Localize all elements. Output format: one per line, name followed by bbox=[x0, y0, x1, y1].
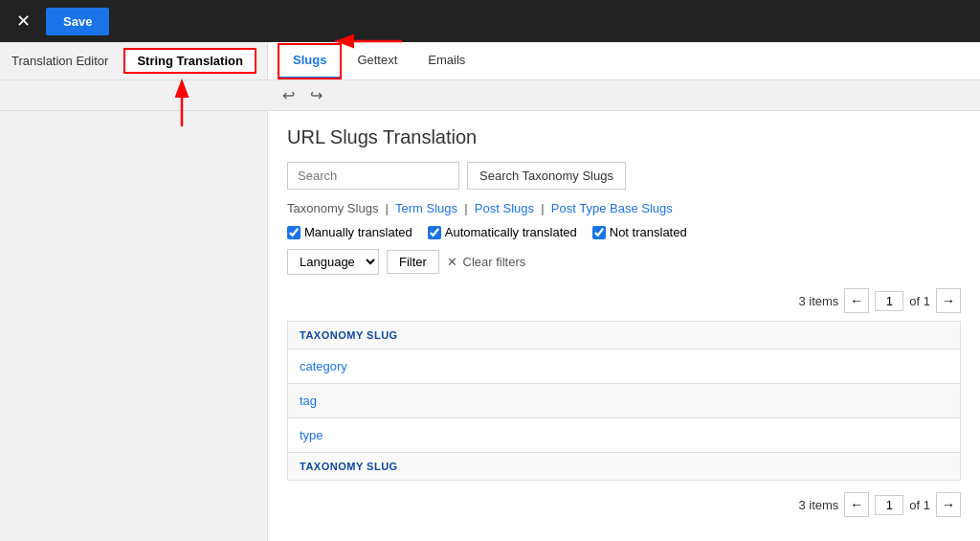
not-translated-label: Not translated bbox=[610, 225, 687, 239]
table-row[interactable]: type bbox=[288, 418, 961, 453]
filter-row: Language Filter ✕ Clear filters bbox=[287, 249, 961, 275]
not-translated-checkbox-label[interactable]: Not translated bbox=[592, 225, 687, 239]
table-footer-header: TAXONOMY SLUG bbox=[288, 453, 961, 481]
string-translation-tab[interactable]: String Translation bbox=[123, 48, 256, 74]
clear-filters-link[interactable]: ✕ Clear filters bbox=[447, 255, 525, 269]
top-bar: ✕ Save bbox=[0, 0, 980, 42]
page-title: URL Slugs Translation bbox=[287, 126, 961, 148]
manually-translated-checkbox[interactable] bbox=[287, 226, 301, 239]
close-button[interactable]: ✕ bbox=[10, 8, 36, 34]
auto-translated-label: Automatically translated bbox=[445, 225, 577, 239]
table-header: TAXONOMY SLUG bbox=[288, 322, 961, 349]
items-count-bottom: 3 items bbox=[798, 498, 838, 512]
manually-translated-label: Manually translated bbox=[304, 225, 412, 239]
prev-page-button-top[interactable]: ← bbox=[844, 288, 869, 313]
tab-slugs[interactable]: Slugs bbox=[278, 43, 342, 79]
main-content: URL Slugs Translation Search Taxonomy Sl… bbox=[0, 111, 980, 541]
auto-translated-checkbox-label[interactable]: Automatically translated bbox=[428, 225, 577, 239]
table-row[interactable]: category bbox=[288, 349, 961, 384]
checkboxes-row: Manually translated Automatically transl… bbox=[287, 225, 961, 239]
clear-filters-x: ✕ bbox=[447, 255, 457, 269]
search-input[interactable] bbox=[287, 162, 459, 190]
filter-button[interactable]: Filter bbox=[387, 250, 439, 274]
page-total-bottom: of 1 bbox=[909, 498, 930, 512]
items-count-top: 3 items bbox=[798, 294, 838, 308]
search-taxonomy-button[interactable]: Search Taxonomy Slugs bbox=[467, 162, 626, 190]
page-total-top: of 1 bbox=[909, 294, 930, 308]
translation-editor-label: Translation Editor bbox=[0, 54, 120, 68]
taxonomy-slugs-label: Taxonomy Slugs bbox=[287, 201, 378, 215]
next-page-button-bottom[interactable]: → bbox=[936, 492, 961, 517]
slug-cell-tag[interactable]: tag bbox=[288, 384, 961, 418]
page-input-top[interactable] bbox=[875, 291, 903, 311]
term-slugs-link[interactable]: Term Slugs bbox=[395, 201, 457, 215]
manually-translated-checkbox-label[interactable]: Manually translated bbox=[287, 225, 412, 239]
undo-redo-row: ↩ ↪ bbox=[0, 80, 980, 111]
language-dropdown[interactable]: Language bbox=[287, 249, 379, 275]
tabs-area: Slugs Gettext Emails bbox=[268, 42, 490, 79]
slug-cell-category[interactable]: category bbox=[288, 349, 961, 384]
not-translated-checkbox[interactable] bbox=[592, 226, 606, 239]
prev-page-button-bottom[interactable]: ← bbox=[844, 492, 869, 517]
search-row: Search Taxonomy Slugs bbox=[287, 162, 961, 190]
auto-translated-checkbox[interactable] bbox=[428, 226, 441, 239]
undo-button[interactable]: ↩ bbox=[278, 84, 300, 106]
nav-left: Translation Editor String Translation bbox=[0, 42, 268, 79]
save-button[interactable]: Save bbox=[46, 8, 109, 35]
post-slugs-link[interactable]: Post Slugs bbox=[475, 201, 534, 215]
filter-links: Taxonomy Slugs | Term Slugs | Post Slugs… bbox=[287, 201, 961, 215]
post-type-base-slugs-link[interactable]: Post Type Base Slugs bbox=[551, 201, 673, 215]
pagination-top: 3 items ← of 1 → bbox=[287, 288, 961, 313]
slug-cell-type[interactable]: type bbox=[288, 418, 961, 453]
page-input-bottom[interactable] bbox=[875, 495, 903, 515]
tab-emails[interactable]: Emails bbox=[412, 43, 480, 79]
slug-table: TAXONOMY SLUG category tag type bbox=[287, 321, 961, 481]
sidebar bbox=[0, 111, 268, 541]
table-row[interactable]: tag bbox=[288, 384, 961, 418]
nav-row: Translation Editor String Translation Sl… bbox=[0, 42, 980, 80]
clear-filters-label: Clear filters bbox=[463, 255, 526, 269]
pagination-bottom: 3 items ← of 1 → bbox=[287, 492, 961, 517]
tab-gettext[interactable]: Gettext bbox=[342, 43, 412, 79]
content-area: URL Slugs Translation Search Taxonomy Sl… bbox=[268, 111, 980, 541]
redo-button[interactable]: ↪ bbox=[305, 84, 327, 106]
next-page-button-top[interactable]: → bbox=[936, 288, 961, 313]
